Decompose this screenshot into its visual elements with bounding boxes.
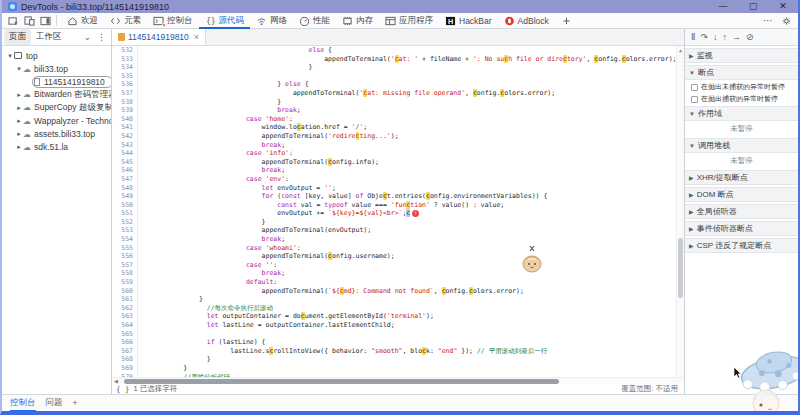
- line-number[interactable]: 546: [112, 166, 138, 175]
- line-number[interactable]: 558: [112, 269, 138, 278]
- code-line-542[interactable]: 542 appendToTerminal('redirecting...');: [112, 132, 684, 141]
- tab-hackbar[interactable]: HHackBar: [439, 13, 498, 29]
- code-line-556[interactable]: 556 appendToTerminal(config.username);: [112, 252, 684, 261]
- expander-icon[interactable]: ▼: [689, 143, 695, 149]
- code-line-534[interactable]: 534 }: [112, 63, 684, 72]
- code-line-562[interactable]: 562 //每次命令执行后滚动: [112, 304, 684, 313]
- line-number[interactable]: 534: [112, 63, 138, 72]
- horizontal-scrollbar[interactable]: ◀: [112, 377, 684, 384]
- line-number[interactable]: 535: [112, 72, 138, 81]
- step-icon[interactable]: →: [732, 32, 741, 42]
- line-number[interactable]: 532: [112, 46, 138, 55]
- code-editor[interactable]: 532 else {533 appendToTerminal('cat: ' +…: [112, 46, 684, 377]
- tree-item-assets-bili33-top[interactable]: ▸☁assets.bili33.top: [2, 127, 111, 140]
- chevron-down-icon[interactable]: ⌄: [80, 32, 94, 42]
- dock-side-icon[interactable]: [38, 15, 52, 27]
- tab-adblock[interactable]: AdBlock: [498, 13, 555, 29]
- expander-icon[interactable]: ▼: [689, 70, 695, 76]
- tree-item-wappalyzer-technology-p-[interactable]: ▸☁Wappalyzer - Technology p…: [2, 114, 111, 127]
- expander-icon[interactable]: ▶: [689, 52, 694, 59]
- line-number[interactable]: 567: [112, 347, 138, 356]
- tab-console[interactable]: 控制台: [147, 13, 199, 29]
- step-into-icon[interactable]: ↓: [713, 32, 718, 42]
- more-options-icon[interactable]: ⋮: [94, 32, 109, 42]
- horizontal-scroll-thumb[interactable]: [124, 379, 559, 384]
- code-line-563[interactable]: 563 let outputContainer = document.getEl…: [112, 312, 684, 321]
- drawer-tab-+[interactable]: +: [73, 395, 78, 412]
- inspect-icon[interactable]: [6, 15, 20, 27]
- scroll-up-icon[interactable]: ▲: [677, 46, 684, 54]
- line-number[interactable]: 553: [112, 226, 138, 235]
- line-number[interactable]: 565: [112, 330, 138, 339]
- tab-workspace[interactable]: 工作区: [31, 29, 67, 45]
- checkbox[interactable]: [691, 96, 698, 103]
- drawer-tab--[interactable]: 问题: [46, 395, 63, 412]
- scroll-left-icon[interactable]: ◀: [114, 378, 118, 385]
- expander-icon[interactable]: ▶: [689, 225, 694, 232]
- code-line-548[interactable]: 548 let envOutput = '';: [112, 184, 684, 193]
- section-csp-[interactable]: ▶CSP 违反了规定断点: [685, 238, 798, 253]
- expander-icon[interactable]: ▶: [689, 208, 694, 215]
- code-line-544[interactable]: 544 case 'info':: [112, 149, 684, 158]
- line-number[interactable]: 559: [112, 278, 138, 287]
- settings-icon[interactable]: [781, 16, 792, 26]
- code-line-547[interactable]: 547 case 'env':: [112, 175, 684, 184]
- step-out-icon[interactable]: ↑: [722, 32, 727, 42]
- expander-icon[interactable]: ▸: [15, 130, 23, 138]
- file-tab[interactable]: 1145141919810 ×: [112, 29, 206, 45]
- tab-page[interactable]: 页面: [4, 29, 31, 45]
- code-line-545[interactable]: 545 appendToTerminal(config.info);: [112, 158, 684, 167]
- device-toolbar-icon[interactable]: [22, 15, 36, 27]
- expander-icon[interactable]: ▸: [15, 104, 23, 112]
- pretty-print-icon[interactable]: { }: [116, 385, 130, 394]
- expander-icon[interactable]: ▸: [15, 143, 23, 151]
- maximize-button[interactable]: ▢: [738, 0, 768, 13]
- line-number[interactable]: 562: [112, 304, 138, 313]
- line-number[interactable]: 539: [112, 106, 138, 115]
- code-line-535[interactable]: 535: [112, 72, 684, 81]
- code-line-541[interactable]: 541 window.location.href = '/';: [112, 123, 684, 132]
- code-line-549[interactable]: 549 for (const [key, value] of Object.en…: [112, 192, 684, 201]
- expander-icon[interactable]: ▼: [689, 111, 695, 117]
- tree-item-supercopy-[interactable]: ▸☁SuperCopy 超级复制: [2, 101, 111, 114]
- code-line-566[interactable]: 566 if (lastLine) {: [112, 338, 684, 347]
- code-line-550[interactable]: 550 const val = typeof value === 'functi…: [112, 201, 684, 210]
- line-number[interactable]: 569: [112, 364, 138, 373]
- code-line-567[interactable]: 567 lastLine.scrollIntoView({ behavior: …: [112, 347, 684, 356]
- line-number[interactable]: 552: [112, 218, 138, 227]
- line-number[interactable]: 555: [112, 244, 138, 253]
- tab-application[interactable]: 应用程序: [379, 13, 439, 29]
- vertical-scroll-thumb[interactable]: [678, 238, 683, 298]
- expander-icon[interactable]: ▶: [689, 174, 694, 181]
- code-line-540[interactable]: 540 case 'home':: [112, 115, 684, 124]
- section--[interactable]: ▶监视: [685, 48, 798, 63]
- tree-item-bitwarden-[interactable]: ▸☁Bitwarden 密码管理器: [2, 88, 111, 101]
- pause-icon[interactable]: Ⅱ: [691, 32, 695, 42]
- drawer-tab--[interactable]: 控制台: [10, 395, 36, 412]
- tab-welcome[interactable]: 欢迎: [61, 13, 104, 29]
- checkbox[interactable]: [691, 84, 698, 91]
- code-line-538[interactable]: 538 }: [112, 98, 684, 107]
- code-line-558[interactable]: 558 break;: [112, 269, 684, 278]
- tab-memory[interactable]: 内存: [336, 13, 379, 29]
- tab-more-tabs[interactable]: [555, 13, 578, 29]
- line-number[interactable]: 541: [112, 123, 138, 132]
- line-number[interactable]: 545: [112, 158, 138, 167]
- code-line-543[interactable]: 543 break;: [112, 141, 684, 150]
- tree-item-1145141919810[interactable]: 1145141919810: [2, 75, 111, 88]
- line-number[interactable]: 556: [112, 252, 138, 261]
- code-line-551[interactable]: 551 envOutput += `${key}=${val}<br>`;c!: [112, 209, 684, 218]
- line-number[interactable]: 551: [112, 209, 138, 218]
- tab-performance[interactable]: 性能: [293, 13, 336, 29]
- code-line-533[interactable]: 533 appendToTerminal('cat: ' + fileName …: [112, 55, 684, 64]
- tab-elements[interactable]: 元素: [104, 13, 147, 29]
- code-line-565[interactable]: 565: [112, 330, 684, 339]
- line-number[interactable]: 560: [112, 287, 138, 296]
- expander-icon[interactable]: ▶: [689, 191, 694, 198]
- section-xhr-[interactable]: ▶XHR/提取断点: [685, 170, 798, 185]
- section--[interactable]: ▼断点: [685, 65, 798, 80]
- line-number[interactable]: 548: [112, 184, 138, 193]
- line-number[interactable]: 540: [112, 115, 138, 124]
- section-dom-[interactable]: ▶DOM 断点: [685, 187, 798, 202]
- tree-item-sdk-51-la[interactable]: ▸☁sdk.51.la: [2, 140, 111, 153]
